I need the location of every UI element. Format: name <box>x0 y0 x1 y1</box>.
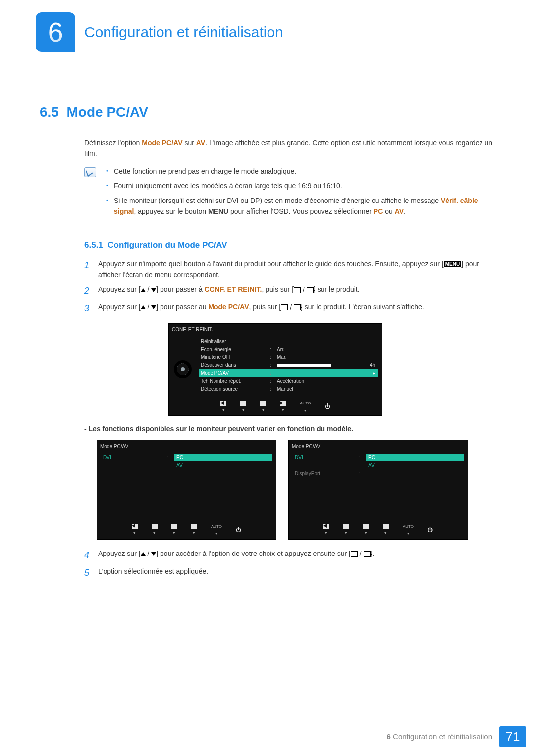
down-arrow-icon <box>151 552 156 556</box>
enter-icon: ▾ <box>383 524 389 537</box>
osd-row: Tch Nombre répét.:Accélération <box>199 377 378 385</box>
down-arrow-icon: ▾ <box>343 524 349 537</box>
osd-footer: ▾ ▾ ▾ ▾ AUTO▾ <box>289 524 468 537</box>
osd-option: AV <box>174 462 272 470</box>
down-arrow-icon: ▾ <box>240 401 246 414</box>
step-number: 3 <box>84 302 98 316</box>
auto-label: AUTO▾ <box>403 524 414 537</box>
steps-list-continued: 4 Appuyez sur [ / ] pour accéder à l'opt… <box>84 549 500 580</box>
auto-label: AUTO▾ <box>211 524 222 537</box>
osd-title: CONF. ET REINIT. <box>172 326 213 334</box>
step-item: 2 Appuyez sur [ / ] pour passer à CONF. … <box>84 284 500 298</box>
back-icon: ▾ <box>132 524 138 537</box>
subsection-title: 6.5.1 Configuration du Mode PC/AV <box>84 239 500 252</box>
auto-label: AUTO▾ <box>300 401 311 414</box>
down-arrow-icon <box>151 288 156 292</box>
intro-paragraph: Définissez l'option Mode PC/AV sur AV. L… <box>84 138 500 159</box>
step-number: 4 <box>84 549 98 562</box>
osd-screenshot-main: CONF. ET REINIT. RéinitialiserEcon. éner… <box>168 323 500 416</box>
chapter-number: 6 <box>48 11 63 54</box>
step-number: 2 <box>84 284 98 298</box>
footer-text: 6 Configuration et réinitialisation <box>387 731 492 742</box>
note-icon <box>84 167 96 177</box>
up-arrow-icon <box>141 288 146 292</box>
osd-screenshot-left: Mode PC/AV DVI : PC AV ▾ ▾ ▾ ▾ AUTO▾ <box>97 440 276 540</box>
step-item: 5 L'option sélectionnée est appliquée. <box>84 566 500 580</box>
select-key-icon: / <box>351 549 371 559</box>
step-number: 1 <box>84 259 98 280</box>
step-item: 1 Appuyez sur n'importe quel bouton à l'… <box>84 259 500 280</box>
menu-key-icon: MENU <box>444 261 461 267</box>
note-list: Cette fonction ne prend pas en charge le… <box>106 166 500 221</box>
osd-option: AV <box>366 462 464 470</box>
osd-screenshot-pair: Mode PC/AV DVI : PC AV ▾ ▾ ▾ ▾ AUTO▾ <box>97 440 500 540</box>
power-icon <box>236 526 241 535</box>
osd-row: Désactiver dans: 4h <box>199 361 378 369</box>
osd-row: Minuterie OFF:Mar. <box>199 353 378 361</box>
mode-label: Mode PC/AV <box>142 139 182 147</box>
osd-option-selected: PC <box>174 454 272 462</box>
down-arrow-icon: ▾ <box>152 524 158 537</box>
osd-source-label: DVI <box>295 454 359 462</box>
step-item: 4 Appuyez sur [ / ] pour accéder à l'opt… <box>84 549 500 562</box>
section-heading: Mode PC/AV <box>67 104 148 120</box>
page-footer: 6 Configuration et réinitialisation 71 <box>0 726 535 747</box>
page-number: 71 <box>499 726 526 747</box>
chapter-badge: 6 <box>36 12 75 52</box>
av-label: AV <box>196 139 205 147</box>
step-number: 5 <box>84 566 98 580</box>
select-key-icon: / <box>294 285 314 296</box>
osd-title: Mode PC/AV <box>292 443 320 451</box>
note-block: Cette fonction ne prend pas en charge le… <box>84 166 500 221</box>
osd-source-label: DisplayPort <box>295 470 359 478</box>
step-item: 3 Appuyez sur [ / ] pour passer au Mode … <box>84 302 500 316</box>
back-icon: ▾ <box>220 401 226 414</box>
up-arrow-icon: ▾ <box>260 401 266 414</box>
osd-row: Mode PC/AV:▸ <box>199 369 378 377</box>
section-number: 6.5 <box>40 104 59 120</box>
variation-caption: - Les fonctions disponibles sur le monit… <box>84 424 500 435</box>
osd-row: Détection source:Manuel <box>199 385 378 393</box>
note-item: Cette fonction ne prend pas en charge le… <box>106 166 500 177</box>
enter-icon: ▾ <box>191 524 197 537</box>
power-icon <box>325 403 330 412</box>
up-arrow-icon: ▾ <box>363 524 369 537</box>
osd-row: Réinitialiser <box>199 338 378 346</box>
osd-source-label: DVI <box>103 454 167 462</box>
osd-row: Econ. énergie:Arr. <box>199 346 378 353</box>
steps-list: 1 Appuyez sur n'importe quel bouton à l'… <box>84 259 500 316</box>
section-title: 6.5 Mode PC/AV <box>40 101 500 123</box>
down-arrow-icon <box>151 305 156 309</box>
osd-title: Mode PC/AV <box>100 443 128 451</box>
osd-footer: ▾ ▾ ▾ ▾ AUTO▾ <box>97 524 276 537</box>
osd-option-selected: PC <box>366 454 464 462</box>
up-arrow-icon <box>141 552 146 556</box>
select-key-icon: / <box>281 302 301 313</box>
up-arrow-icon <box>141 305 146 309</box>
osd-screenshot-right: Mode PC/AV DVI : PC AV DisplayPort : <box>288 440 468 540</box>
page-header: 6 Configuration et réinitialisation <box>36 12 500 52</box>
osd-footer: ▾ ▾ ▾ ▾ AUTO▾ <box>169 401 382 414</box>
gear-icon <box>176 362 190 376</box>
up-arrow-icon: ▾ <box>171 524 177 537</box>
forward-icon: ▾ <box>280 401 286 414</box>
chapter-title: Configuration et réinitialisation <box>84 21 283 44</box>
note-item: Si le moniteur (lorsqu'il est défini sur… <box>106 196 500 217</box>
power-icon <box>428 526 433 535</box>
back-icon: ▾ <box>323 524 329 537</box>
note-item: Fourni uniquement avec les modèles à écr… <box>106 181 500 192</box>
